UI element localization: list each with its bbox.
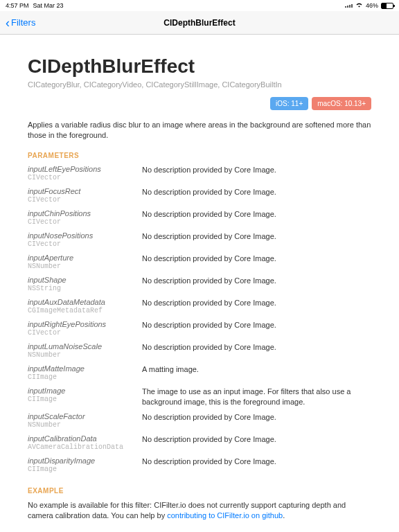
param-row: inputShapeNSString	[28, 276, 128, 292]
param-name: inputDisparityImage	[28, 456, 128, 465]
nav-bar: ‹ Filters CIDepthBlurEffect	[0, 11, 399, 35]
param-name: inputChinPositions	[28, 209, 128, 218]
param-name: inputRightEyePositions	[28, 320, 128, 328]
param-row: inputImageCIImage	[28, 387, 128, 407]
param-description: No description provided by Core Image.	[142, 434, 371, 445]
param-type: CIVector	[28, 174, 128, 181]
status-date: Sat Mar 23	[33, 2, 64, 9]
param-type: NSNumber	[28, 263, 128, 270]
param-description: No description provided by Core Image.	[142, 456, 371, 467]
param-type: CGImageMetadataRef	[28, 307, 128, 314]
param-type: NSNumber	[28, 351, 128, 359]
param-row: inputCalibrationDataAVCameraCalibrationD…	[28, 434, 128, 451]
param-type: CIVector	[28, 240, 128, 248]
param-name: inputMatteImage	[28, 364, 128, 373]
param-description: No description provided by Core Image.	[142, 254, 371, 264]
param-name: inputLeftEyePositions	[28, 165, 128, 173]
badges-row: iOS: 11+ macOS: 10.13+	[28, 97, 371, 110]
param-type: CIImage	[28, 373, 128, 381]
param-type: NSString	[28, 285, 128, 292]
param-description: No description provided by Core Image.	[142, 231, 371, 242]
parameters-table: inputLeftEyePositionsCIVectorNo descript…	[28, 165, 371, 474]
param-name: inputScaleFactor	[28, 412, 128, 420]
ios-badge: iOS: 11+	[270, 97, 308, 110]
content-scroll[interactable]: CIDepthBlurEffect CICategoryBlur, CICate…	[0, 35, 399, 532]
param-type: CIImage	[28, 396, 128, 403]
wifi-icon	[355, 2, 363, 9]
back-button[interactable]: ‹ Filters	[6, 17, 35, 29]
param-row: inputNosePositionsCIVector	[28, 231, 128, 248]
param-row: inputAuxDataMetadataCGImageMetadataRef	[28, 298, 128, 314]
param-name: inputShape	[28, 276, 128, 284]
filter-description: Applies a variable radius disc blur to a…	[28, 120, 371, 141]
status-time: 4:57 PM	[6, 2, 29, 9]
param-name: inputFocusRect	[28, 187, 128, 195]
param-type: CIImage	[28, 466, 128, 473]
param-row: inputFocusRectCIVector	[28, 187, 128, 204]
param-description: No description provided by Core Image.	[142, 412, 371, 423]
param-description: The image to use as an input image. For …	[142, 387, 371, 407]
macos-badge: macOS: 10.13+	[312, 97, 371, 110]
example-text: No example is available for this filter:…	[28, 500, 371, 521]
param-row: inputScaleFactorNSNumber	[28, 412, 128, 429]
category-list: CICategoryBlur, CICategoryVideo, CICateg…	[28, 80, 371, 89]
param-row: inputApertureNSNumber	[28, 254, 128, 270]
param-row: inputMatteImageCIImage	[28, 364, 128, 381]
param-description: No description provided by Core Image.	[142, 298, 371, 308]
param-description: No description provided by Core Image.	[142, 187, 371, 197]
example-suffix: .	[283, 511, 285, 520]
chevron-left-icon: ‹	[6, 17, 10, 29]
param-description: No description provided by Core Image.	[142, 209, 371, 220]
param-row: inputRightEyePositionsCIVector	[28, 320, 128, 337]
param-name: inputCalibrationData	[28, 434, 128, 443]
example-header: EXAMPLE	[28, 487, 371, 495]
param-description: No description provided by Core Image.	[142, 165, 371, 175]
param-row: inputDisparityImageCIImage	[28, 456, 128, 473]
param-name: inputLumaNoiseScale	[28, 342, 128, 351]
param-row: inputLeftEyePositionsCIVector	[28, 165, 128, 181]
param-row: inputChinPositionsCIVector	[28, 209, 128, 226]
page-title: CIDepthBlurEffect	[28, 55, 371, 78]
param-description: No description provided by Core Image.	[142, 276, 371, 286]
param-name: inputAperture	[28, 254, 128, 262]
github-link[interactable]: contributing to CIFilter.io on github	[167, 511, 283, 520]
param-description: A matting image.	[142, 364, 371, 375]
param-type: CIVector	[28, 196, 128, 204]
parameters-header: PARAMETERS	[28, 152, 371, 159]
status-bar: 4:57 PM Sat Mar 23 46%	[0, 0, 399, 11]
param-type: CIVector	[28, 218, 128, 226]
signal-icon	[345, 4, 353, 8]
battery-percent: 46%	[366, 2, 378, 9]
battery-icon	[381, 3, 393, 9]
param-name: inputAuxDataMetadata	[28, 298, 128, 306]
param-type: AVCameraCalibrationData	[28, 443, 128, 451]
param-description: No description provided by Core Image.	[142, 320, 371, 330]
param-name: inputImage	[28, 387, 128, 395]
param-description: No description provided by Core Image.	[142, 342, 371, 353]
param-name: inputNosePositions	[28, 231, 128, 240]
nav-title: CIDepthBlurEffect	[0, 18, 399, 28]
param-type: NSNumber	[28, 421, 128, 429]
param-type: CIVector	[28, 329, 128, 337]
param-row: inputLumaNoiseScaleNSNumber	[28, 342, 128, 359]
back-label: Filters	[11, 17, 35, 28]
